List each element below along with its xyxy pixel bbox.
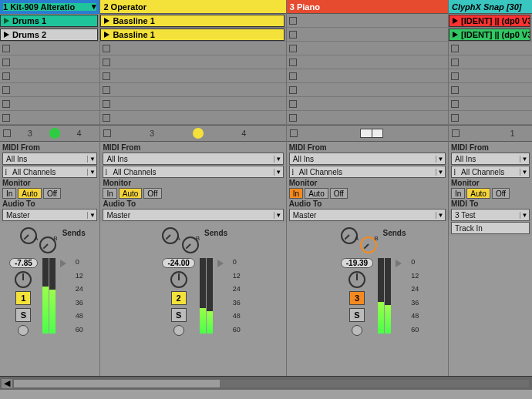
midi-chan-select[interactable]: ⁞All Channels▼ [2,166,97,178]
monitor-in-button[interactable]: In [451,188,465,199]
monitor-in-button[interactable]: In [289,188,303,199]
stop-button[interactable] [2,59,10,66]
midi-from-select[interactable]: All Ins▼ [289,153,446,165]
stop-button[interactable] [289,31,297,39]
clip-slot[interactable] [100,83,285,97]
clip-slot[interactable]: Bassline 1 [100,14,285,28]
clip-slot[interactable]: Drums 1 [0,14,99,28]
pan-knob[interactable] [15,271,32,288]
midi-sub-select[interactable]: Track In [451,222,530,234]
play-icon[interactable] [104,32,109,38]
solo-button[interactable]: S [349,308,365,322]
track-header[interactable]: 2 Operator [100,0,285,14]
stop-button[interactable] [451,45,459,52]
audio-to-select[interactable]: Master▼ [103,209,283,221]
stop-button[interactable] [2,86,10,94]
clip-slot[interactable] [0,69,99,83]
stop-button[interactable] [2,100,10,108]
monitor-off-button[interactable]: Off [143,188,161,199]
play-icon[interactable] [104,18,109,24]
audio-to-select[interactable]: Master▼ [2,209,97,221]
clip[interactable]: [IDENT] || (dp0 V3 Te [449,28,530,41]
midi-chan-select[interactable]: ⁞All Channels▼ [289,166,446,178]
stop-button[interactable] [289,86,297,94]
monitor-auto-button[interactable]: Auto [466,188,490,199]
play-icon[interactable] [453,32,458,38]
clip-slot[interactable] [100,111,285,125]
midi-from-select[interactable]: All Ins▼ [2,153,97,165]
clip-slot[interactable] [0,83,99,97]
clip-slot[interactable] [449,111,532,125]
record-button[interactable] [18,325,29,336]
track-header[interactable]: 3 Piano [287,0,448,14]
clip-slot[interactable] [287,55,448,69]
stop-button[interactable] [451,59,459,66]
stop-button[interactable] [289,72,297,80]
track-activator-button[interactable]: 1 [15,291,31,305]
stop-button[interactable] [289,114,297,122]
play-icon[interactable] [4,18,9,24]
stop-button[interactable] [289,59,297,66]
monitor-off-button[interactable]: Off [330,188,348,199]
clip[interactable]: Bassline 1 [100,28,284,41]
stop-button[interactable] [103,86,110,94]
audio-to-select[interactable]: Master▼ [289,209,446,221]
solo-button[interactable]: S [171,308,187,322]
stop-button[interactable] [289,45,297,52]
stop-button[interactable] [103,59,110,66]
scroll-thumb[interactable] [14,380,220,387]
clip-slot[interactable]: [IDENT] || (dp0 V3 Te [449,28,532,42]
midi-to-select[interactable]: 3 Test▼ [451,209,530,221]
stop-button[interactable] [451,114,459,122]
midi-from-select[interactable]: All Ins▼ [103,153,283,165]
clip-slot[interactable] [0,42,99,55]
clip-slot[interactable] [0,111,99,125]
stop-button[interactable] [289,17,297,25]
track-header[interactable]: ClyphX Snap [30] [449,0,532,14]
clip-slot[interactable] [100,55,285,69]
clip[interactable]: Drums 2 [0,28,98,41]
monitor-in-button[interactable]: In [103,188,116,199]
clip-slot[interactable] [449,69,532,83]
solo-button[interactable]: S [15,308,31,322]
stop-all-button[interactable] [3,129,11,137]
play-icon[interactable] [453,18,458,24]
stop-all-button[interactable] [103,129,111,137]
clip[interactable]: Drums 1 [0,15,98,27]
stop-button[interactable] [103,100,110,108]
midi-chan-select[interactable]: ⁞All Channels▼ [451,166,530,178]
monitor-off-button[interactable]: Off [492,188,510,199]
monitor-in-button[interactable]: In [2,188,16,199]
stop-button[interactable] [103,114,110,122]
db-value[interactable]: -24.00 [162,258,194,268]
clip-slot[interactable] [287,28,448,42]
fader-handle-icon[interactable] [396,260,402,267]
clip-slot[interactable] [100,69,285,83]
scroll-left-icon[interactable]: ◀ [2,379,12,388]
midi-chan-select[interactable]: ⁞All Channels▼ [103,166,283,178]
stop-button[interactable] [2,72,10,80]
clip-slot[interactable] [449,42,532,55]
clip-slot[interactable] [0,97,99,111]
clip-slot[interactable] [287,97,448,111]
stop-all-button[interactable] [452,129,460,137]
db-value[interactable]: -7.85 [9,258,38,268]
track-header[interactable]: 1 Kit-909 Alteratio ▾ [0,0,99,14]
stop-button[interactable] [103,45,110,52]
stop-button[interactable] [451,86,459,94]
track-activator-button[interactable]: 3 [349,291,365,305]
monitor-auto-button[interactable]: Auto [18,188,42,199]
monitor-auto-button[interactable]: Auto [119,188,143,199]
db-value[interactable]: -19.39 [341,258,373,268]
horizontal-scrollbar[interactable]: ◀ [0,376,532,390]
clip-slot[interactable] [100,42,285,55]
record-button[interactable] [352,325,362,336]
clip-slot[interactable] [449,97,532,111]
stop-button[interactable] [451,100,459,108]
scroll-track[interactable] [14,380,529,387]
clip-slot[interactable] [100,97,285,111]
stop-button[interactable] [451,72,459,80]
clip-slot[interactable] [449,55,532,69]
clip-slot[interactable] [449,83,532,97]
play-icon[interactable] [4,32,9,38]
